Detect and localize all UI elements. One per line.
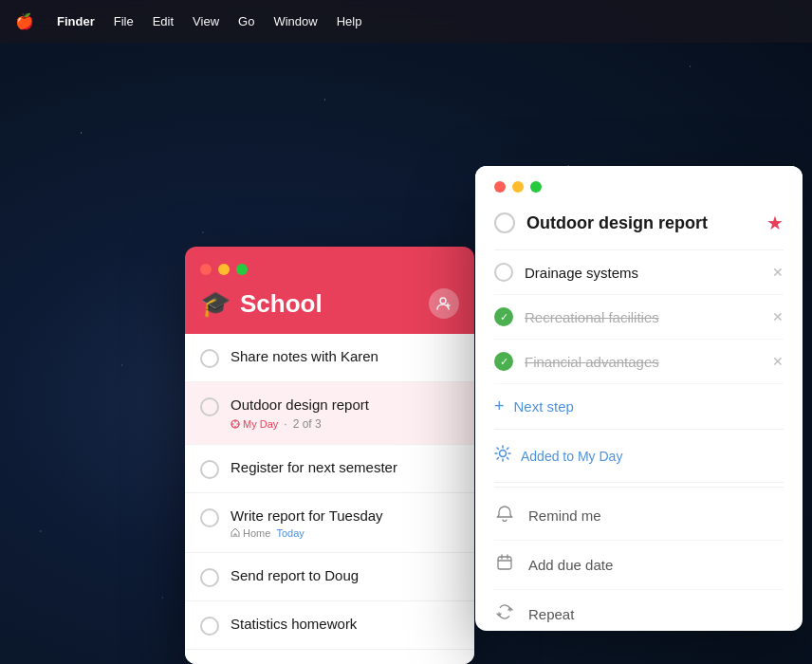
task-item-write-report[interactable]: Write report for Tuesday Home Today — [185, 493, 474, 554]
school-minimize-button[interactable] — [218, 264, 230, 275]
added-to-my-day-row[interactable]: Added to My Day — [494, 430, 784, 483]
menubar-help[interactable]: Help — [337, 14, 362, 28]
task-content-2: Outdoor design report My Day · 2 of 3 — [231, 396, 459, 431]
subtask-title-3: Financial advantages — [525, 354, 659, 370]
task-item-statistics[interactable]: Statistics homework — [185, 601, 474, 650]
my-day-label: My Day — [243, 418, 278, 430]
svg-line-11 — [497, 448, 498, 449]
task-title-1: Share notes with Karen — [231, 347, 459, 366]
add-step-text: Next step — [514, 398, 574, 415]
subtask-checkbox-3[interactable]: ✓ — [494, 352, 513, 371]
school-icon: 🎓 — [200, 289, 231, 319]
star-icon[interactable]: ★ — [766, 212, 784, 234]
school-title-text: School — [240, 289, 323, 319]
task-item-register[interactable]: Register for next semester — [185, 445, 474, 493]
task-dot: · — [284, 417, 286, 431]
school-window-controls — [200, 264, 459, 275]
svg-line-14 — [508, 448, 508, 449]
subtask-left-3: ✓ Financial advantages — [494, 352, 659, 371]
task-title-6: Statistics homework — [231, 615, 459, 634]
subtask-financial[interactable]: ✓ Financial advantages ✕ — [494, 340, 784, 384]
add-due-date-text: Add due date — [528, 557, 613, 573]
home-badge: Home — [231, 527, 270, 539]
subtask-checkbox-1[interactable] — [494, 263, 513, 282]
menubar-window[interactable]: Window — [273, 14, 317, 28]
task-content-5: Send report to Doug — [231, 566, 459, 585]
menubar-finder[interactable]: Finder — [57, 14, 95, 28]
task-content-6: Statistics homework — [231, 615, 459, 634]
add-due-date-row[interactable]: Add due date — [494, 541, 784, 590]
school-task-list: Share notes with Karen Outdoor design re… — [185, 334, 474, 664]
repeat-icon — [494, 603, 515, 625]
school-header: 🎓 School — [185, 247, 474, 334]
svg-line-13 — [497, 458, 498, 459]
remind-icon — [494, 505, 515, 526]
task-item-send-report[interactable]: Send report to Doug — [185, 553, 474, 601]
task-checkbox-1[interactable] — [200, 349, 219, 368]
calendar-icon — [494, 554, 515, 576]
detail-window: Outdoor design report ★ Drainage systems… — [475, 166, 803, 631]
task-count: 2 of 3 — [293, 417, 322, 431]
task-checkbox-3[interactable] — [200, 460, 219, 479]
svg-rect-15 — [498, 557, 511, 569]
menubar-edit[interactable]: Edit — [153, 14, 174, 28]
subtask-close-2[interactable]: ✕ — [772, 309, 784, 324]
subtask-left-2: ✓ Recreational facilities — [494, 307, 659, 326]
sun-icon — [494, 445, 511, 467]
desktop: 🍎 Finder File Edit View Go Window Help 🎓… — [0, 0, 812, 664]
task-content-3: Register for next semester — [231, 458, 459, 477]
detail-minimize-button[interactable] — [512, 181, 524, 193]
task-content-4: Write report for Tuesday Home Today — [231, 507, 459, 540]
task-title-2: Outdoor design report — [231, 396, 459, 415]
subtask-title-1: Drainage systems — [525, 265, 638, 281]
subtask-title-2: Recreational facilities — [525, 309, 659, 325]
task-item-gather-group[interactable]: Gather group for sociology pro... — [185, 650, 474, 664]
subtask-checkbox-2[interactable]: ✓ — [494, 307, 513, 326]
added-to-my-day-text: Added to My Day — [521, 449, 622, 464]
task-subtitle-4: Home Today — [231, 527, 459, 539]
task-checkbox-2[interactable] — [200, 397, 219, 416]
task-item-outdoor-design[interactable]: Outdoor design report My Day · 2 of 3 — [185, 382, 474, 445]
school-close-button[interactable] — [200, 264, 212, 275]
remind-me-row[interactable]: Remind me — [494, 491, 784, 541]
task-title-3: Register for next semester — [231, 458, 459, 477]
add-step-row[interactable]: + Next step — [494, 384, 784, 430]
subtask-recreational[interactable]: ✓ Recreational facilities ✕ — [494, 295, 784, 340]
detail-body: Drainage systems ✕ ✓ Recreational facili… — [475, 250, 803, 631]
repeat-row[interactable]: Repeat — [494, 590, 784, 631]
apple-menu-icon[interactable]: 🍎 — [15, 12, 34, 30]
menubar-file[interactable]: File — [114, 14, 134, 28]
menubar: 🍎 Finder File Edit View Go Window Help — [0, 0, 812, 43]
detail-close-button[interactable] — [494, 181, 506, 193]
detail-title-row: Outdoor design report ★ — [494, 212, 784, 250]
subtask-drainage[interactable]: Drainage systems ✕ — [494, 250, 784, 295]
remind-me-text: Remind me — [528, 507, 601, 524]
subtask-close-3[interactable]: ✕ — [772, 354, 784, 369]
task-title-4: Write report for Tuesday — [231, 507, 459, 526]
task-content-1: Share notes with Karen — [231, 347, 459, 366]
task-checkbox-6[interactable] — [200, 617, 219, 636]
task-checkbox-5[interactable] — [200, 568, 219, 587]
repeat-text: Repeat — [528, 606, 574, 622]
detail-title-text: Outdoor design report — [526, 213, 708, 233]
subtask-close-1[interactable]: ✕ — [772, 265, 784, 280]
subtask-left-1: Drainage systems — [494, 263, 638, 282]
menubar-view[interactable]: View — [193, 14, 219, 28]
school-add-user-button[interactable] — [429, 288, 459, 319]
school-title: 🎓 School — [200, 289, 323, 319]
detail-main-checkbox[interactable] — [494, 212, 515, 233]
task-title-5: Send report to Doug — [231, 566, 459, 585]
school-maximize-button[interactable] — [236, 264, 248, 275]
detail-title-left: Outdoor design report — [494, 212, 708, 233]
task-item-share-notes[interactable]: Share notes with Karen — [185, 334, 474, 382]
today-badge: Today — [276, 527, 304, 539]
my-day-badge: My Day — [231, 418, 278, 430]
svg-point-0 — [440, 298, 446, 304]
task-checkbox-4[interactable] — [200, 508, 219, 527]
menubar-go[interactable]: Go — [238, 14, 254, 28]
detail-header: Outdoor design report ★ — [475, 166, 803, 250]
task-subtitle-2: My Day · 2 of 3 — [231, 417, 459, 431]
detail-maximize-button[interactable] — [530, 181, 542, 193]
detail-window-controls — [494, 181, 784, 193]
separator — [494, 487, 784, 488]
